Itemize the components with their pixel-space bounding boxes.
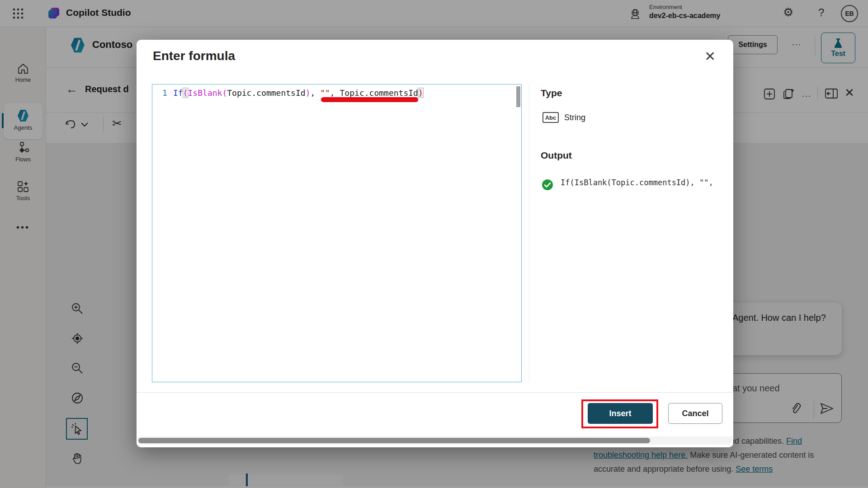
app-screen: Copilot Studio Environment dev2-eb-cs-ac… <box>0 0 868 488</box>
divider <box>529 84 529 382</box>
red-annotation-rectangle <box>581 399 658 428</box>
cancel-button[interactable]: Cancel <box>668 403 722 424</box>
dialog-horizontal-scrollbar-thumb[interactable] <box>138 438 650 443</box>
line-number: 1 <box>162 88 167 98</box>
string-type-icon: Abc <box>542 112 559 123</box>
output-heading: Output <box>541 150 572 161</box>
divider <box>137 392 733 393</box>
check-circle-icon <box>542 179 553 191</box>
dialog-title: Enter formula <box>153 49 235 63</box>
type-value: String <box>564 113 585 122</box>
dialog-close-icon[interactable]: ✕ <box>704 50 716 63</box>
enter-formula-dialog: Enter formula ✕ 1 If(IsBlank(Topic.comme… <box>137 40 733 447</box>
formula-line: 1 If(IsBlank(Topic.commentsId), "", Topi… <box>152 88 521 100</box>
formula-editor[interactable]: 1 If(IsBlank(Topic.commentsId), "", Topi… <box>152 84 522 382</box>
type-heading: Type <box>541 88 562 99</box>
formula-line-code: If(IsBlank(Topic.commentsId), "", Topic.… <box>173 88 423 98</box>
editor-vertical-scrollbar[interactable] <box>516 86 520 107</box>
output-value: If(IsBlank(Topic.commentsId), "", <box>561 178 731 187</box>
